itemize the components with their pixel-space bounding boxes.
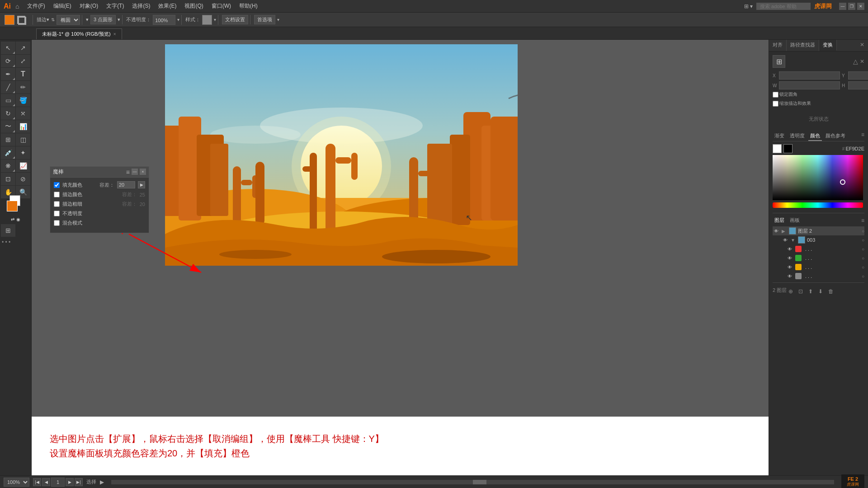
layer-up-btn[interactable]: ⬆: [807, 287, 815, 296]
menu-select[interactable]: 选择(S): [128, 1, 154, 11]
pencil-tool[interactable]: ✏: [16, 81, 30, 94]
gray-layer-visibility[interactable]: 👁: [786, 272, 793, 280]
tab-close-btn[interactable]: ×: [113, 32, 116, 37]
status-scrollbar[interactable]: [111, 480, 834, 484]
menu-file[interactable]: 文件(F): [24, 1, 48, 11]
red-layer-visibility[interactable]: 👁: [786, 245, 793, 253]
red-layer-lock[interactable]: ○: [862, 247, 864, 252]
layer-row-red[interactable]: 👁 . . . ○: [773, 244, 864, 253]
fill-color-checkbox[interactable]: [54, 182, 60, 188]
menu-edit[interactable]: 编辑(E): [50, 1, 75, 11]
panel-minimize-btn[interactable]: —: [132, 169, 138, 175]
close-button[interactable]: ✕: [857, 3, 864, 10]
tab-transform[interactable]: 变换: [819, 40, 837, 51]
fill-color-swatch[interactable]: [5, 15, 14, 25]
layer-tool[interactable]: ⊞: [1, 224, 15, 237]
tab-transparency[interactable]: 透明度: [788, 131, 807, 141]
tab-pathfinder[interactable]: 路径查找器: [787, 40, 819, 51]
prefs-btn[interactable]: 首选项: [254, 15, 275, 24]
default-colors-icon[interactable]: ◉: [16, 217, 20, 222]
tab-color[interactable]: 颜色: [808, 131, 822, 141]
layer-row-layer2[interactable]: 👁 ▶ 图层 2 ○: [773, 226, 864, 235]
mesh-tool[interactable]: ⊞: [1, 133, 15, 146]
menu-object[interactable]: 对象(O): [76, 1, 102, 11]
tab-align[interactable]: 对齐: [769, 40, 787, 51]
layer-down-btn[interactable]: ⬇: [816, 287, 825, 296]
tab-color-guide[interactable]: 颜色参考: [824, 131, 847, 141]
white-swatch[interactable]: [773, 144, 782, 153]
layer2-expand-btn[interactable]: ▶: [782, 229, 787, 234]
scale-strokes-checkbox[interactable]: 缩放描边和效果: [773, 100, 811, 107]
prev-page-btn[interactable]: ◀: [42, 478, 50, 486]
status-play-btn[interactable]: ▶: [100, 479, 104, 485]
menu-effect[interactable]: 效果(E): [155, 1, 180, 11]
panel-close-btn[interactable]: ×: [140, 169, 146, 175]
opacity-value[interactable]: 100%: [153, 15, 175, 25]
color-panel-menu[interactable]: ≡: [861, 131, 864, 141]
reference-point-grid[interactable]: ⊞: [773, 55, 785, 68]
layer2-visibility-toggle[interactable]: 👁: [773, 227, 780, 235]
paintbucket-tool[interactable]: 🪣: [16, 94, 30, 107]
text-tool[interactable]: T: [16, 68, 30, 80]
first-page-btn[interactable]: |◀: [33, 478, 41, 486]
transform-tool[interactable]: ⟳: [1, 55, 15, 67]
tab-gradient[interactable]: 渐变: [773, 131, 786, 141]
zoom-select[interactable]: 100% 50% 200%: [4, 478, 29, 487]
opacity-checkbox[interactable]: [54, 211, 60, 216]
blend-mode-checkbox[interactable]: [54, 220, 60, 226]
menu-view[interactable]: 视图(Q): [181, 1, 207, 11]
scale-tool[interactable]: ⤧: [16, 107, 30, 120]
last-page-btn[interactable]: ▶|: [75, 478, 83, 486]
yellow-layer-lock[interactable]: ○: [862, 265, 864, 270]
swap-icon[interactable]: ⇄: [11, 217, 14, 222]
layer-row-003[interactable]: 👁 ▼ 003 ○: [773, 235, 864, 244]
restore-button[interactable]: ❐: [848, 3, 855, 10]
menu-type[interactable]: 文字(T): [103, 1, 127, 11]
rect-tool[interactable]: ▭: [1, 94, 15, 107]
doc-setup-btn[interactable]: 文档设置: [222, 15, 248, 24]
black-swatch[interactable]: [783, 144, 793, 153]
reshape-tool[interactable]: ⤢: [16, 55, 30, 67]
warp-tool[interactable]: 〜: [1, 120, 15, 133]
brush-type-select[interactable]: 椭圆: [57, 15, 80, 25]
fill-tolerance-input[interactable]: [117, 181, 135, 188]
green-layer-visibility[interactable]: 👁: [786, 254, 793, 262]
panel-menu-icon[interactable]: ≡: [126, 169, 130, 176]
tab-layers[interactable]: 图层: [773, 216, 786, 225]
foreground-color-swatch[interactable]: [7, 201, 18, 211]
fill-tolerance-up[interactable]: ▶: [138, 181, 145, 188]
brush-arrows[interactable]: ⇅: [51, 17, 55, 22]
stroke-color-checkbox[interactable]: [54, 192, 60, 197]
new-layer-btn[interactable]: ⊕: [787, 287, 795, 296]
h-input[interactable]: [848, 81, 868, 89]
search-input[interactable]: [756, 3, 811, 10]
more-tools-btn[interactable]: • • •: [2, 239, 10, 245]
lock-corners-checkbox[interactable]: 锁定圆角: [773, 91, 797, 98]
003-lock-icon[interactable]: ○: [862, 238, 864, 243]
bar-graph-tool[interactable]: 📈: [16, 160, 30, 172]
x-input[interactable]: [779, 71, 840, 80]
green-layer-lock[interactable]: ○: [862, 256, 864, 261]
line-tool[interactable]: ╱: [1, 81, 15, 94]
minimize-button[interactable]: —: [839, 3, 846, 10]
color-wheel[interactable]: [773, 155, 864, 209]
blend-tool[interactable]: ✦: [16, 146, 30, 159]
gray-layer-lock[interactable]: ○: [862, 274, 864, 279]
yellow-layer-visibility[interactable]: 👁: [786, 263, 793, 271]
layer-row-green[interactable]: 👁 . . . ○: [773, 253, 864, 263]
menu-help[interactable]: 帮助(H): [236, 1, 261, 11]
graph-tool[interactable]: 📊: [16, 120, 30, 133]
lock-corners-input[interactable]: [773, 92, 778, 98]
pen-tool[interactable]: ✒: [1, 68, 15, 80]
w-input[interactable]: [779, 81, 840, 89]
close-icon[interactable]: ✕: [860, 58, 864, 65]
select-tool[interactable]: ↖: [1, 42, 15, 54]
point-type-btn[interactable]: 3 点圆形: [90, 15, 116, 24]
layer2-lock-icon[interactable]: ○: [862, 229, 864, 234]
scale-strokes-input[interactable]: [773, 101, 778, 107]
rotate-tool[interactable]: ↻: [1, 107, 15, 120]
document-tab[interactable]: 未标题-1* @ 100% (RGB/预览) ×: [36, 28, 122, 39]
new-artboard-btn[interactable]: ⊡: [797, 287, 805, 296]
stroke-width-checkbox[interactable]: [54, 201, 60, 207]
layer-row-yellow[interactable]: 👁 . . . ○: [773, 263, 864, 272]
